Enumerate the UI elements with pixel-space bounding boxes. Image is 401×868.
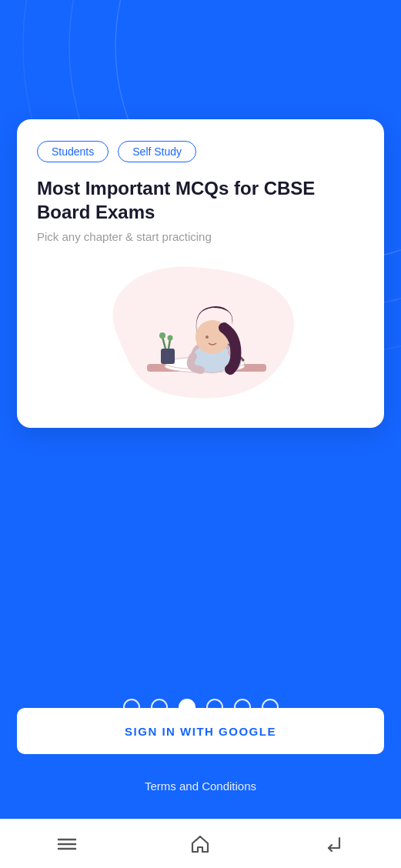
back-icon[interactable] (319, 829, 349, 860)
home-icon[interactable] (185, 829, 216, 860)
svg-line-9 (169, 339, 170, 349)
svg-point-16 (206, 336, 209, 339)
illustration-area (37, 255, 364, 409)
svg-rect-6 (161, 349, 175, 364)
svg-point-10 (167, 335, 172, 340)
terms-link[interactable]: Terms and Conditions (0, 780, 401, 793)
tag-row: Students Self Study (37, 141, 364, 162)
card-title: Most Important MCQs for CBSE Board Exams (37, 176, 364, 224)
main-card: Students Self Study Most Important MCQs … (17, 119, 384, 428)
svg-point-8 (159, 332, 165, 339)
tag-students: Students (37, 141, 109, 162)
study-figure (124, 260, 278, 406)
signin-google-button[interactable]: SIGN IN WITH GOOGLE (17, 708, 384, 754)
tag-self-study: Self Study (118, 141, 196, 162)
card-subtitle: Pick any chapter & start practicing (37, 230, 364, 243)
menu-icon[interactable] (52, 829, 82, 860)
bottom-nav (0, 819, 401, 868)
svg-line-7 (162, 337, 165, 349)
